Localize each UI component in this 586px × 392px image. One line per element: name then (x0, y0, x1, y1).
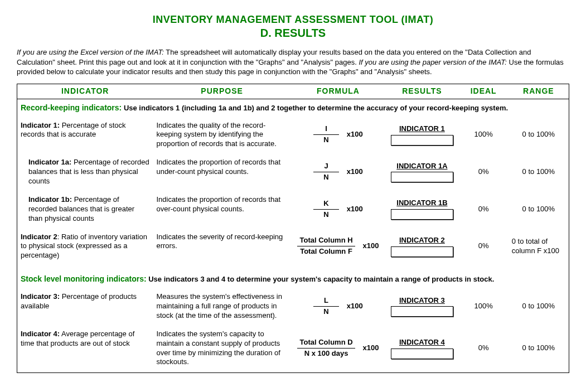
purpose-cell: Indicates the quality of the record-keep… (153, 118, 290, 155)
result-field[interactable] (391, 349, 453, 359)
result-label: INDICATOR 3 (389, 296, 455, 306)
indicator-name: Indicator 1: (21, 121, 60, 129)
formula-multiplier: x100 (363, 343, 379, 352)
formula-multiplier: x100 (363, 241, 379, 250)
formula-denominator: N x 100 days (297, 349, 355, 359)
section-row: Stock level monitoring indicators: Use i… (17, 266, 569, 289)
header-ideal: IDEAL (459, 84, 508, 99)
ideal-cell: 0% (459, 229, 508, 267)
range-cell: 0 to 100% (508, 154, 569, 192)
range-cell: 0 to 100% (508, 118, 569, 155)
formula-fraction: IN (313, 124, 338, 145)
indicator-name: Indicator 4: (21, 330, 60, 338)
purpose-cell: Indicates the system's capacity to maint… (153, 326, 290, 373)
table-header-row: INDICATOR PURPOSE FORMULA RESULTS IDEAL … (17, 84, 569, 99)
ideal-cell: 0% (459, 154, 508, 192)
ideal-cell: 0% (459, 192, 508, 229)
result-field[interactable] (391, 246, 453, 257)
result-field[interactable] (391, 135, 453, 146)
formula-numerator: J (313, 162, 338, 172)
section-row: Record-keeping indicators: Use indicator… (17, 99, 569, 117)
range-cell: 0 to total of column F x100 (508, 229, 569, 267)
ideal-cell: 100% (459, 118, 508, 155)
section-label: Stock level monitoring indicators: (21, 274, 147, 283)
title-block: INVENTORY MANAGEMENT ASSESSMENT TOOL (IM… (17, 14, 569, 40)
formula-denominator: N (313, 135, 338, 145)
table-row: Indicator 1a: Percentage of recorded bal… (17, 154, 569, 192)
result-label: INDICATOR 2 (389, 236, 455, 245)
indicator-name: Indicator 2 (21, 233, 57, 241)
formula-multiplier: x100 (347, 205, 363, 213)
table-row: Indicator 1: Percentage of stock records… (17, 118, 569, 155)
indicator-name: Indicator 3: (21, 292, 60, 301)
section-note: Use indicators 3 and 4 to determine your… (147, 275, 495, 283)
header-purpose: PURPOSE (153, 84, 290, 99)
result-field[interactable] (391, 172, 453, 182)
result-label: INDICATOR 1A (389, 162, 455, 171)
purpose-cell: Indicates the severity of record-keeping… (153, 229, 290, 267)
result-label: INDICATOR 1 (389, 124, 455, 134)
formula-fraction: LN (313, 296, 338, 317)
formula-multiplier: x100 (347, 302, 363, 310)
table-row: Indicator 2: Ratio of inventory variatio… (17, 229, 569, 267)
table-row: Indicator 1b: Percentage of recorded bal… (17, 192, 569, 229)
purpose-cell: Indicates the proportion of records that… (153, 154, 290, 192)
range-cell: 0 to 100% (508, 326, 569, 373)
header-results: RESULTS (385, 84, 458, 99)
formula-numerator: Total Column H (297, 236, 355, 246)
range-cell: 0 to 100% (508, 289, 569, 326)
intro-excel-lead: If you are using the Excel version of th… (17, 48, 164, 56)
results-table-container: INDICATOR PURPOSE FORMULA RESULTS IDEAL … (17, 84, 569, 374)
formula-numerator: K (313, 199, 338, 210)
result-field[interactable] (391, 306, 453, 317)
table-row: Indicator 3: Percentage of products avai… (17, 289, 569, 326)
formula-denominator: N (313, 172, 338, 182)
formula-numerator: Total Column D (297, 338, 355, 349)
page-subtitle: D. RESULTS (17, 27, 569, 40)
purpose-cell: Indicates the proportion of records that… (153, 192, 290, 229)
formula-numerator: I (313, 124, 338, 135)
section-label: Record-keeping indicators: (21, 103, 122, 112)
header-formula: FORMULA (291, 84, 386, 99)
formula-fraction: KN (313, 199, 338, 220)
table-row: Indicator 4: Average percentage of time … (17, 326, 569, 373)
indicator-name: Indicator 1b: (28, 195, 72, 204)
result-label: INDICATOR 4 (389, 338, 455, 347)
ideal-cell: 100% (459, 289, 508, 326)
formula-multiplier: x100 (347, 167, 363, 176)
formula-fraction: JN (313, 162, 338, 182)
formula-denominator: Total Column F (297, 246, 355, 257)
results-table: INDICATOR PURPOSE FORMULA RESULTS IDEAL … (17, 84, 569, 373)
header-indicator: INDICATOR (17, 84, 153, 99)
intro-paper-lead: If you are using the paper version of th… (359, 58, 506, 66)
intro-paragraph: If you are using the Excel version of th… (17, 47, 569, 77)
formula-multiplier: x100 (347, 130, 363, 138)
indicator-name: Indicator 1a: (28, 158, 71, 166)
page-title: INVENTORY MANAGEMENT ASSESSMENT TOOL (IM… (17, 14, 569, 26)
section-note: Use indicators 1 (including 1a and 1b) a… (122, 104, 508, 112)
formula-numerator: L (313, 296, 338, 307)
result-field[interactable] (391, 209, 453, 220)
purpose-cell: Measures the system's effectiveness in m… (153, 289, 290, 326)
range-cell: 0 to 100% (508, 192, 569, 229)
formula-denominator: N (313, 307, 338, 317)
formula-fraction: Total Column DN x 100 days (297, 338, 355, 359)
header-range: RANGE (508, 84, 569, 99)
ideal-cell: 0% (459, 326, 508, 373)
result-label: INDICATOR 1B (389, 199, 455, 208)
formula-denominator: N (313, 210, 338, 220)
formula-fraction: Total Column HTotal Column F (297, 236, 355, 257)
